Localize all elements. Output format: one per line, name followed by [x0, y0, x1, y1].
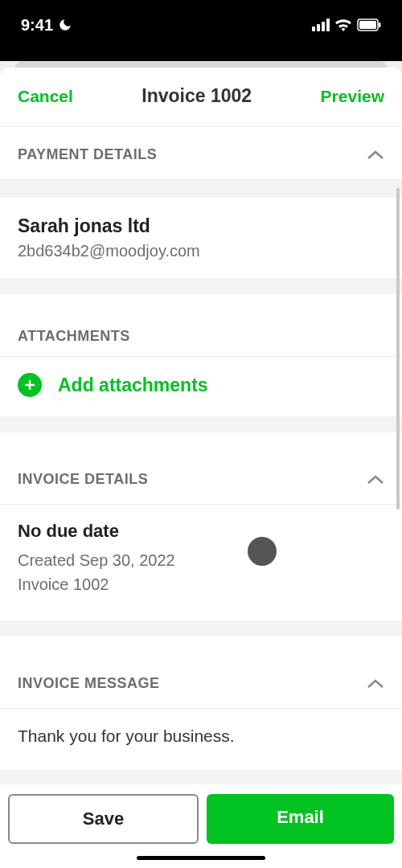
status-bar: 9:41 [0, 0, 402, 50]
payment-details-header[interactable]: PAYMENT DETAILS [0, 127, 402, 180]
chevron-up-icon [367, 149, 384, 161]
chevron-up-icon [367, 678, 384, 690]
email-button[interactable]: Email [207, 794, 394, 844]
invoice-message-section: INVOICE MESSAGE Thank you for your busin… [0, 637, 402, 770]
wifi-icon [334, 18, 352, 31]
svg-rect-2 [322, 22, 325, 31]
message-text: Thank you for your business. [18, 727, 384, 746]
svg-rect-0 [312, 27, 315, 31]
page-title: Invoice 1002 [142, 85, 252, 107]
invoice-message-body[interactable]: Thank you for your business. [0, 709, 402, 770]
add-attachments-label: Add attachments [58, 375, 208, 396]
nav-bar: Cancel Invoice 1002 Preview [0, 68, 402, 127]
invoice-details-header[interactable]: INVOICE DETAILS [0, 432, 402, 505]
payment-details-title: PAYMENT DETAILS [18, 146, 157, 163]
modal-backdrop [0, 50, 402, 61]
invoice-details-section: INVOICE DETAILS No due date Created Sep … [0, 432, 402, 620]
moon-icon [58, 18, 72, 32]
status-time: 9:41 [21, 16, 53, 35]
plus-circle-icon [18, 373, 42, 397]
invoice-details-title: INVOICE DETAILS [18, 471, 148, 488]
created-date: Created Sep 30, 2022 [18, 548, 384, 572]
svg-rect-1 [317, 24, 320, 31]
section-gap [0, 278, 402, 294]
invoice-details-body[interactable]: No due date Created Sep 30, 2022 Invoice… [0, 505, 402, 620]
status-indicators [312, 18, 381, 31]
svg-rect-3 [326, 18, 330, 31]
signal-icon [312, 18, 330, 31]
modal-sheet: Cancel Invoice 1002 Preview PAYMENT DETA… [0, 68, 402, 868]
battery-icon [357, 18, 381, 31]
status-time-group: 9:41 [21, 16, 72, 35]
customer-block[interactable]: Sarah jonas ltd 2bd634b2@moodjoy.com [0, 198, 402, 278]
attachments-section: ATTACHMENTS Add attachments [0, 294, 402, 416]
section-gap [0, 620, 402, 637]
customer-name: Sarah jonas ltd [18, 215, 384, 237]
add-attachments-button[interactable]: Add attachments [0, 357, 402, 416]
cancel-button[interactable]: Cancel [18, 87, 73, 106]
scroll-area[interactable]: PAYMENT DETAILS Sarah jonas ltd 2bd634b2… [0, 127, 402, 784]
due-date: No due date [18, 521, 384, 542]
home-indicator[interactable] [137, 856, 265, 860]
touch-indicator [248, 537, 277, 566]
customer-email: 2bd634b2@moodjoy.com [18, 242, 384, 260]
attachments-header: ATTACHMENTS [0, 294, 402, 357]
invoice-message-title: INVOICE MESSAGE [18, 675, 160, 692]
chevron-up-icon [367, 474, 384, 485]
invoice-message-header[interactable]: INVOICE MESSAGE [0, 637, 402, 709]
preview-button[interactable]: Preview [321, 87, 384, 106]
save-button[interactable]: Save [8, 794, 199, 844]
scroll-indicator[interactable] [396, 188, 400, 510]
svg-rect-5 [359, 21, 376, 29]
invoice-number: Invoice 1002 [18, 572, 384, 596]
section-gap [0, 416, 402, 432]
svg-rect-6 [379, 23, 381, 27]
